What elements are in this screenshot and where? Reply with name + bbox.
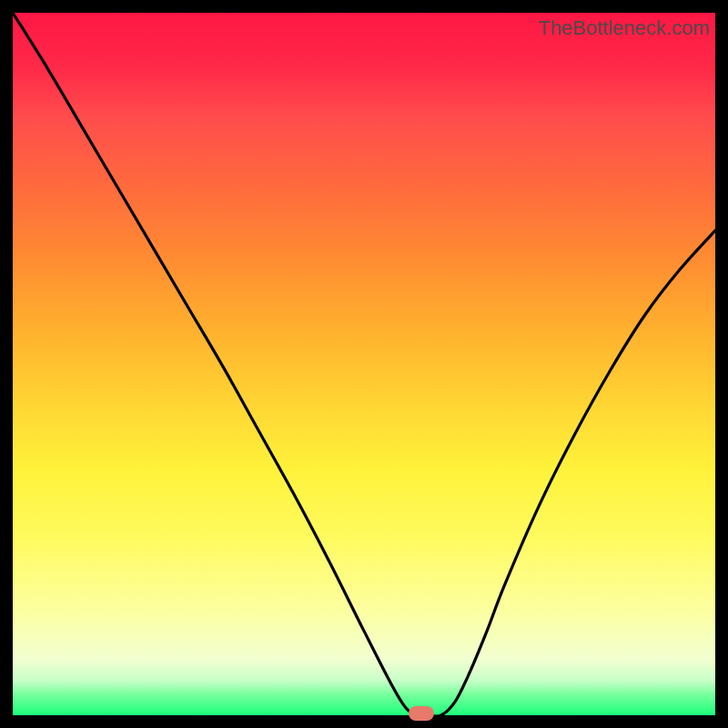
chart-frame: TheBottleneck.com bbox=[13, 13, 715, 715]
watermark-text: TheBottleneck.com bbox=[539, 16, 710, 40]
gradient-background bbox=[13, 13, 715, 715]
